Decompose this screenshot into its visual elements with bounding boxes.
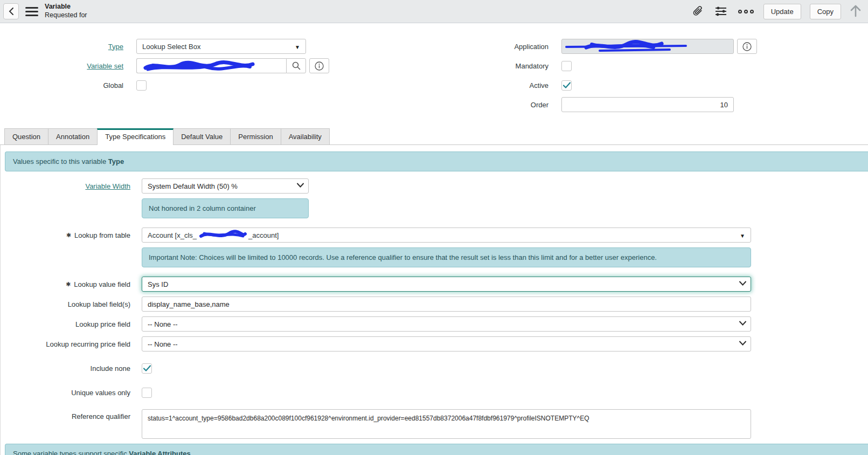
variable-width-label-link[interactable]: Variable Width xyxy=(85,182,130,190)
type-select-value: Lookup Select Box xyxy=(142,43,200,51)
dropdown-arrow-icon: ▼ xyxy=(740,233,745,239)
reference-lookup-button[interactable] xyxy=(286,58,306,73)
field-row-variable-width: Variable Width System Default Width (50)… xyxy=(1,178,868,194)
lookup-recurring-price-select[interactable]: -- None -- xyxy=(142,336,751,351)
checkmark-icon xyxy=(143,365,151,371)
field-row-active: Active xyxy=(439,78,868,93)
lookup-table-select[interactable]: Account [x_cls_ _account] ▼ xyxy=(142,228,751,243)
include-none-checkbox[interactable] xyxy=(142,363,152,374)
personalize-form-button[interactable] xyxy=(713,4,728,18)
active-checkbox[interactable] xyxy=(561,80,572,91)
field-row-lookup-recurring-price: Lookup recurring price field -- None -- xyxy=(1,336,868,351)
row-important-note: Important Note: Choices will be limited … xyxy=(1,247,868,267)
variable-set-label: Variable set xyxy=(0,62,136,70)
field-row-mandatory: Mandatory xyxy=(439,58,868,73)
form-tabs: Question Annotation Type Specifications … xyxy=(0,128,868,145)
mandatory-checkbox[interactable] xyxy=(561,61,572,71)
scroll-top-button[interactable] xyxy=(850,4,862,19)
lookup-value-label: ✱Lookup value field xyxy=(1,280,142,288)
section-banner-bottom: Some variable types support specific Var… xyxy=(5,444,868,455)
global-label: Global xyxy=(0,81,136,89)
variable-set-label-link[interactable]: Variable set xyxy=(87,62,123,70)
lookup-label-fields-input[interactable] xyxy=(142,297,751,312)
include-none-label: Include none xyxy=(1,364,142,373)
order-input[interactable] xyxy=(561,97,734,112)
copy-button[interactable]: Copy xyxy=(810,4,841,19)
reference-qualifier-label: Reference qualifier xyxy=(1,409,142,420)
application-preview-button[interactable] xyxy=(737,39,757,54)
application-readonly-field xyxy=(561,39,734,54)
dropdown-arrow-icon: ▼ xyxy=(295,44,300,50)
tab-availability[interactable]: Availability xyxy=(281,128,330,144)
field-row-global: Global xyxy=(0,78,439,93)
variable-attributes-link[interactable]: Variable Attributes xyxy=(129,450,190,455)
record-name-title: Requested for xyxy=(45,11,87,20)
lookup-price-label: Lookup price field xyxy=(1,320,142,328)
search-icon xyxy=(292,61,301,70)
attachment-button[interactable] xyxy=(691,4,705,18)
lookup-price-select[interactable]: -- None -- xyxy=(142,316,751,332)
lookup-table-value-prefix: Account [x_cls_ xyxy=(148,231,197,239)
variable-form-top: Type Lookup Select Box ▼ Variable set xyxy=(0,23,868,116)
context-menu-icon[interactable] xyxy=(25,5,38,18)
tab-question[interactable]: Question xyxy=(4,128,48,144)
unique-values-checkbox[interactable] xyxy=(142,388,152,398)
type-label: Type xyxy=(0,43,136,51)
important-note-box: Important Note: Choices will be limited … xyxy=(142,247,751,267)
tab-annotation[interactable]: Annotation xyxy=(48,128,98,144)
order-label: Order xyxy=(439,101,561,109)
field-row-lookup-price: Lookup price field -- None -- xyxy=(1,316,868,332)
section-banner-top: Values specific to this variable Type xyxy=(5,151,868,171)
unique-values-label: Unique values only xyxy=(1,389,142,397)
lookup-recurring-price-label: Lookup recurring price field xyxy=(1,340,142,348)
lookup-value-select[interactable]: Sys ID xyxy=(142,277,751,292)
variable-set-input[interactable] xyxy=(136,58,286,73)
field-row-order: Order xyxy=(439,97,868,112)
mandatory-icon: ✱ xyxy=(66,232,71,238)
lookup-label-fields-label: Lookup label field(s) xyxy=(1,300,142,308)
tab-type-specifications[interactable]: Type Specifications xyxy=(97,128,173,145)
mandatory-label: Mandatory xyxy=(439,62,561,70)
width-note-box: Not honored in 2 column container xyxy=(142,198,309,218)
variable-set-preview-button[interactable] xyxy=(309,58,329,73)
field-row-type: Type Lookup Select Box ▼ xyxy=(0,39,439,54)
banner-top-text: Values specific to this variable xyxy=(13,157,108,166)
more-options-button[interactable] xyxy=(737,9,755,15)
sliders-icon xyxy=(714,5,727,17)
field-row-include-none: Include none xyxy=(1,361,868,376)
field-row-lookup-label: Lookup label field(s) xyxy=(1,297,868,312)
paperclip-icon xyxy=(692,5,704,17)
record-title: Variable Requested for xyxy=(45,3,87,19)
active-label: Active xyxy=(439,81,561,89)
field-row-reference-qualifier: Reference qualifier status=1^account_typ… xyxy=(1,409,868,439)
checkmark-icon xyxy=(563,82,571,88)
type-select[interactable]: Lookup Select Box ▼ xyxy=(136,39,306,54)
form-header-bar: Variable Requested for Update Copy xyxy=(0,0,868,23)
variable-width-label: Variable Width xyxy=(1,182,142,190)
update-button[interactable]: Update xyxy=(763,4,801,19)
reference-qualifier-textarea[interactable]: status=1^account_type=9586bad2db68a200c0… xyxy=(142,409,751,439)
type-label-link[interactable]: Type xyxy=(108,43,123,51)
type-specifications-section: Values specific to this variable Type Va… xyxy=(0,145,868,455)
field-row-variable-set: Variable set xyxy=(0,58,439,73)
banner-top-bold: Type xyxy=(108,157,124,166)
info-icon xyxy=(315,61,324,71)
variable-width-select[interactable]: System Default Width (50) % xyxy=(142,178,309,194)
tab-permission[interactable]: Permission xyxy=(230,128,281,144)
more-options-icon xyxy=(738,10,754,13)
mandatory-icon: ✱ xyxy=(66,281,71,287)
row-width-note: Not honored in 2 column container xyxy=(1,198,868,218)
lookup-table-value-suffix: _account] xyxy=(248,231,279,239)
tab-default-value[interactable]: Default Value xyxy=(173,128,231,144)
field-row-lookup-table: ✱Lookup from table Account [x_cls_ _acco… xyxy=(1,228,868,243)
redaction-scribble xyxy=(198,229,247,241)
redaction-scribble xyxy=(142,59,277,73)
field-row-application: Application xyxy=(439,39,868,54)
chevron-left-icon xyxy=(9,8,13,15)
global-checkbox[interactable] xyxy=(136,80,147,91)
application-label: Application xyxy=(439,43,561,51)
back-button[interactable] xyxy=(3,3,19,19)
arrow-up-icon xyxy=(850,4,862,17)
record-type-title: Variable xyxy=(45,3,87,11)
field-row-unique-values: Unique values only xyxy=(1,385,868,400)
